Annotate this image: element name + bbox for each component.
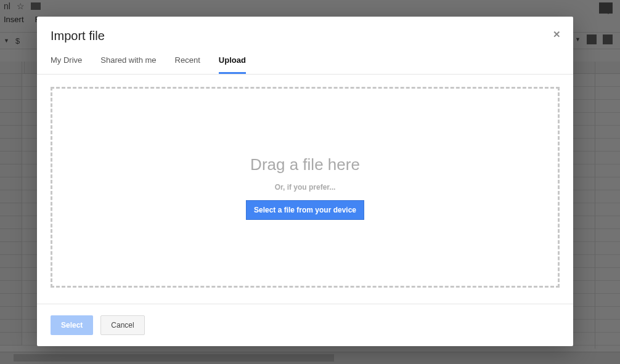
picker-body: Drag a file here Or, if you prefer... Se… [37,75,573,304]
select-from-device-button[interactable]: Select a file from your device [246,200,364,220]
import-file-dialog: ✕ Import file My Drive Shared with me Re… [37,17,573,346]
picker-tabs: My Drive Shared with me Recent Upload [37,47,573,74]
tab-recent[interactable]: Recent [175,55,200,74]
close-button[interactable]: ✕ [553,29,561,40]
dialog-footer: Select Cancel [37,304,573,346]
tab-upload[interactable]: Upload [219,55,246,74]
tab-shared-with-me[interactable]: Shared with me [100,55,156,74]
select-button[interactable]: Select [51,315,93,335]
upload-dropzone[interactable]: Drag a file here Or, if you prefer... Se… [51,87,560,288]
cancel-button[interactable]: Cancel [100,315,144,335]
dialog-header: Import file [37,17,573,47]
tab-my-drive[interactable]: My Drive [51,55,82,74]
dialog-title: Import file [51,29,560,43]
dropzone-title: Drag a file here [250,155,360,174]
dropzone-subtitle: Or, if you prefer... [275,183,336,192]
